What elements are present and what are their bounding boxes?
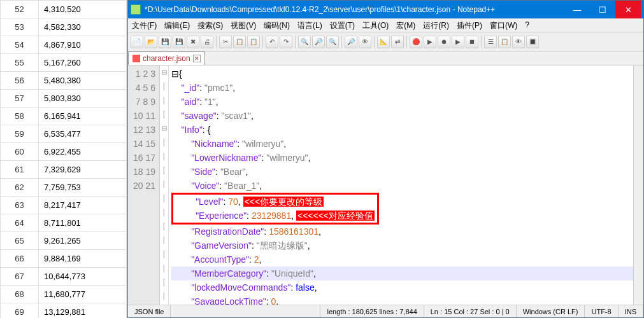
table-row: 596,535,477 (1, 125, 127, 143)
toolbar-button[interactable]: ⏺ (438, 36, 450, 48)
menu-item[interactable]: 窗口(W) (486, 18, 521, 32)
toolbar-button[interactable]: 💾 (159, 36, 171, 48)
toolbar-button[interactable]: ↶ (266, 36, 278, 48)
status-encoding: UTF-8 (585, 305, 618, 317)
toolbar-button[interactable]: 👁 (359, 36, 371, 48)
menu-item[interactable]: 工具(O) (359, 18, 392, 32)
toolbar-button[interactable]: ⏹ (466, 36, 478, 48)
table-row: 617,329,629 (1, 161, 127, 179)
status-eol: Windows (CR LF) (517, 305, 585, 317)
toolbar-button[interactable]: ✖ (187, 36, 199, 48)
table-row: 659,261,265 (1, 232, 127, 250)
menu-item[interactable]: 语言(L) (294, 18, 326, 32)
table-row: 6710,644,773 (1, 268, 127, 286)
reference-table: 524,310,520534,582,330544,867,910555,167… (0, 0, 127, 318)
table-row: 534,582,330 (1, 18, 127, 36)
table-row: 565,480,380 (1, 72, 127, 90)
table-row: 669,884,169 (1, 250, 127, 268)
code-editor: 1 2 3 4 5 6 7 8 9 10 11 12 13 14 15 16 1… (128, 66, 643, 305)
toolbar-button[interactable]: 🔎 (312, 36, 325, 48)
menu-item[interactable]: 插件(P) (453, 18, 486, 32)
table-row: 606,922,455 (1, 143, 127, 161)
toolbar-button[interactable]: ✂ (219, 36, 232, 48)
file-tab[interactable]: character.json ✕ (128, 52, 205, 65)
code-area[interactable]: ⊟{ "_id": "pmc1", "aid": "1", "savage": … (169, 66, 633, 305)
table-row: 586,165,941 (1, 107, 127, 125)
window-title: *D:\UserData\Downloads\Compressed\tkf0.1… (145, 5, 495, 14)
menu-item[interactable]: 视图(V) (227, 18, 260, 32)
table-row: 6811,680,777 (1, 286, 127, 303)
toolbar-button[interactable]: 🔍 (326, 36, 339, 48)
toolbar-button[interactable]: 📋 (233, 36, 246, 48)
table-row: 638,217,417 (1, 197, 127, 214)
menu-item[interactable]: 运行(R) (419, 18, 453, 32)
notepadpp-window: *D:\UserData\Downloads\Compressed\tkf0.1… (127, 0, 644, 318)
status-insert: INS (619, 305, 643, 317)
table-row: 544,867,910 (1, 36, 127, 54)
menu-bar: 文件(F)编辑(E)搜索(S)视图(V)编码(N)语言(L)设置(T)工具(O)… (128, 18, 643, 32)
title-bar[interactable]: *D:\UserData\Downloads\Compressed\tkf0.1… (128, 1, 643, 18)
file-icon (132, 55, 140, 62)
table-row: 627,759,753 (1, 179, 127, 197)
toolbar-button[interactable]: 🔎 (345, 36, 357, 48)
level-xp-table: 524,310,520534,582,330544,867,910555,167… (0, 0, 127, 318)
toolbar-button[interactable]: 🖨 (201, 36, 213, 48)
menu-item[interactable]: 宏(M) (392, 18, 419, 32)
toolbar-button[interactable]: ⇄ (391, 36, 404, 48)
toolbar-button[interactable]: 🔍 (298, 36, 311, 48)
menu-item[interactable]: 设置(T) (326, 18, 359, 32)
table-row: 524,310,520 (1, 1, 127, 18)
toolbar-button[interactable]: ▶ (424, 36, 436, 48)
menu-item[interactable]: 编码(N) (260, 18, 294, 32)
toolbar-button[interactable]: 📄 (131, 36, 143, 48)
tab-close-icon[interactable]: ✕ (193, 55, 201, 62)
vertical-scrollbar[interactable] (633, 66, 643, 305)
toolbar-button[interactable]: 🔳 (526, 36, 539, 48)
minimize-button[interactable]: — (564, 1, 590, 18)
toolbar-button[interactable]: 📋 (498, 36, 511, 48)
close-button[interactable]: ✕ (615, 1, 641, 18)
status-filetype: JSON file (128, 305, 171, 317)
toolbar-button[interactable]: 📐 (377, 36, 390, 48)
toolbar-button[interactable]: ↷ (280, 36, 292, 48)
toolbar: 📄📂💾💾✖🖨✂📋📋↶↷🔍🔎🔍🔎👁📐⇄🔴▶⏺▶⏹☰📋👁🔳 (128, 32, 643, 52)
menu-item[interactable]: 编辑(E) (161, 18, 194, 32)
status-position: Ln : 15 Col : 27 Sel : 0 | 0 (424, 305, 517, 317)
tab-bar: character.json ✕ (128, 52, 643, 66)
table-row: 575,803,830 (1, 90, 127, 107)
line-numbers: 1 2 3 4 5 6 7 8 9 10 11 12 13 14 15 16 1… (128, 66, 160, 305)
status-length: length : 180,625 lines : 7,844 (320, 305, 424, 317)
table-row: 6913,129,881 (1, 303, 127, 319)
table-row: 648,711,801 (1, 214, 127, 232)
toolbar-button[interactable]: ▶ (452, 36, 464, 48)
tab-label: character.json (143, 54, 190, 63)
menu-item[interactable]: 搜索(S) (194, 18, 227, 32)
maximize-button[interactable]: ☐ (590, 1, 615, 18)
toolbar-button[interactable]: 📋 (247, 36, 260, 48)
toolbar-button[interactable]: 📂 (145, 36, 157, 48)
toolbar-button[interactable]: 👁 (512, 36, 525, 48)
toolbar-button[interactable]: 💾 (173, 36, 185, 48)
toolbar-button[interactable]: 🔴 (410, 36, 422, 48)
status-bar: JSON file length : 180,625 lines : 7,844… (128, 305, 643, 317)
menu-item[interactable]: 文件(F) (128, 18, 161, 32)
highlighted-box: "Level": 70, <<<你要更改的等级 "Experience": 23… (171, 193, 379, 225)
fold-column[interactable]: ⊟ │ │ │ ⊟ │ │ │ │ │ │ │ │ │ │ │ │ │ ⊟ │ … (160, 66, 169, 305)
toolbar-button[interactable]: ☰ (484, 36, 497, 48)
table-row: 555,167,260 (1, 54, 127, 72)
menu-item[interactable]: ? (521, 18, 533, 32)
app-icon (131, 4, 141, 15)
